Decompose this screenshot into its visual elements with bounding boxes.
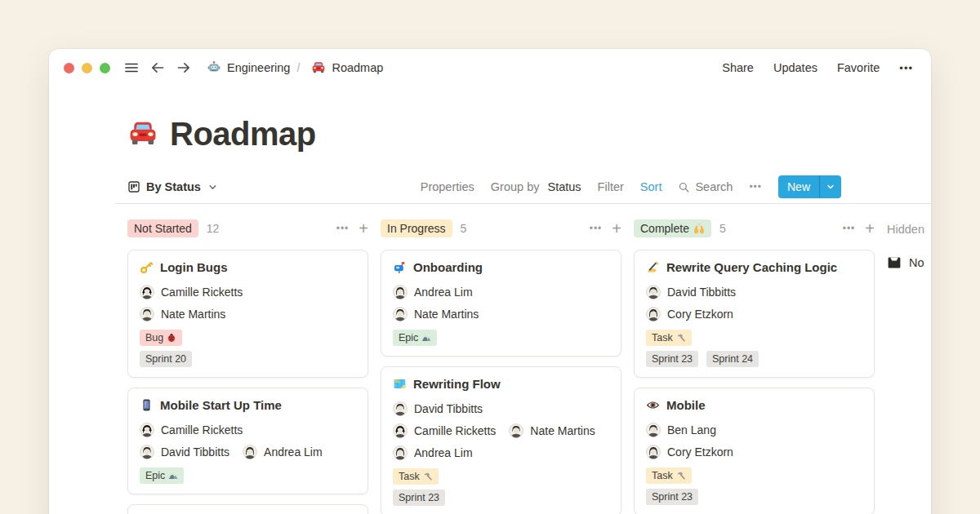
card-title-row: Rewrite Query Caching Logic: [646, 260, 862, 274]
column-add-button[interactable]: +: [612, 220, 621, 237]
hidden-group-item[interactable]: No: [887, 255, 931, 270]
column-cards: OnboardingAndrea LimNate MartinsEpicRewr…: [381, 250, 621, 514]
filter-button[interactable]: Filter: [598, 180, 624, 193]
card-title-text: Rewriting Flow: [413, 377, 501, 391]
card-rewrite-query-caching-logic[interactable]: Rewrite Query Caching LogicDavid Tibbitt…: [634, 250, 875, 378]
tag-sprint-23: Sprint 23: [393, 490, 445, 506]
breadcrumb-workspace[interactable]: Engineering: [207, 60, 290, 75]
raised-hands-icon: [693, 223, 705, 234]
share-button[interactable]: Share: [722, 61, 754, 74]
titlebar-actions: Share Updates Favorite •••: [722, 61, 913, 74]
page-title-text: Roadmap: [170, 116, 316, 152]
card-title-row: Mobile: [646, 398, 862, 412]
view-more-options-button[interactable]: •••: [749, 181, 762, 193]
assignee-cory-etzkorn: Cory Etzkorn: [646, 307, 733, 321]
page-title[interactable]: Roadmap: [127, 116, 931, 152]
new-button-label[interactable]: New: [778, 175, 819, 198]
assignee-camille-ricketts: Camille Ricketts: [393, 423, 496, 438]
tag-label: Sprint 20: [145, 353, 186, 365]
tag-task: Task: [646, 467, 692, 484]
assignee-nate-martins: Nate Martins: [509, 423, 595, 438]
tag-label: Sprint 23: [652, 353, 693, 365]
car-icon: [311, 60, 326, 75]
mountain-icon: [421, 333, 431, 343]
sort-button[interactable]: Sort: [640, 180, 662, 193]
card-assignee-row: Camille Ricketts: [140, 419, 356, 441]
assignee-name: Nate Martins: [414, 308, 479, 321]
zoom-window-button[interactable]: [100, 63, 110, 73]
favorite-button[interactable]: Favorite: [837, 61, 880, 74]
column-more-button[interactable]: •••: [336, 223, 350, 234]
card-login-bugs[interactable]: Login BugsCamille RickettsNate MartinsBu…: [127, 250, 368, 378]
card-assignee-row: Camille Ricketts: [140, 281, 356, 303]
card-assignee-row: Cory Etzkorn: [646, 303, 862, 325]
minimize-window-button[interactable]: [82, 63, 92, 73]
new-button[interactable]: New: [778, 175, 841, 198]
card-title-row: Rewriting Flow: [393, 377, 609, 391]
breadcrumb-page[interactable]: Roadmap: [311, 60, 383, 75]
column-name: Complete: [640, 222, 689, 235]
avatar-man: [393, 401, 408, 416]
card-tag-row: Sprint 20: [140, 351, 356, 367]
card-onboarding[interactable]: OnboardingAndrea LimNate MartinsEpic: [381, 250, 621, 357]
card-error-codes[interactable]: Error Codes: [127, 504, 368, 514]
column-add-button[interactable]: +: [865, 220, 875, 237]
new-button-dropdown[interactable]: [819, 175, 841, 198]
column-add-button[interactable]: +: [359, 220, 368, 237]
view-switcher[interactable]: By Status: [127, 180, 217, 193]
card-rewriting-flow[interactable]: Rewriting FlowDavid TibbittsCamille Rick…: [381, 366, 621, 514]
assignee-name: Ben Lang: [667, 423, 716, 436]
toolbar-divider: [114, 203, 931, 204]
card-title-text: Mobile: [666, 398, 706, 412]
more-options-button[interactable]: •••: [899, 62, 913, 74]
board-view-icon: [127, 180, 140, 193]
assignee-name: Cory Etzkorn: [667, 445, 733, 459]
group-by-button[interactable]: Group byStatus: [491, 180, 581, 193]
card-assignee-row: Andrea Lim: [393, 281, 609, 303]
card-tag-row: Epic: [140, 467, 356, 484]
sidebar-menu-icon[interactable]: [123, 60, 140, 76]
assignee-cory-etzkorn: Cory Etzkorn: [646, 445, 733, 459]
card-mobile[interactable]: MobileBen LangCory EtzkornTaskSprint 23: [634, 388, 875, 514]
hidden-groups-label[interactable]: Hidden: [887, 219, 931, 239]
assignee-andrea-lim: Andrea Lim: [393, 285, 473, 299]
card-title-text: Mobile Start Up Time: [160, 398, 282, 412]
column-badge-not-started[interactable]: Not Started: [127, 219, 198, 237]
column-more-button[interactable]: •••: [590, 223, 603, 234]
board-column-in-progress: In Progress5•••+OnboardingAndrea LimNate…: [381, 219, 621, 514]
tag-sprint-23: Sprint 23: [646, 489, 698, 505]
column-name: In Progress: [387, 222, 446, 235]
page-content: Roadmap By Status Properties Group bySta…: [49, 116, 931, 514]
assignee-name: David Tibbitts: [414, 402, 483, 415]
desktop-background: { "colors": { "accent_blue": "#2ba7e0", …: [0, 0, 980, 514]
tag-sprint-24: Sprint 24: [706, 351, 759, 367]
back-arrow-icon[interactable]: [149, 60, 166, 76]
board-hidden-section: HiddenNo: [887, 219, 931, 514]
tag-task: Task: [393, 468, 439, 485]
card-tag-row: Task: [646, 467, 862, 484]
card-title-row: Login Bugs: [140, 260, 356, 274]
assignee-andrea-lim: Andrea Lim: [243, 445, 323, 459]
column-count: 5: [461, 222, 467, 235]
card-mobile-start-up-time[interactable]: Mobile Start Up TimeCamille RickettsDavi…: [127, 388, 368, 494]
updates-button[interactable]: Updates: [773, 61, 817, 74]
avatar-man: [646, 285, 661, 299]
card-title-text: Onboarding: [413, 260, 483, 274]
tag-label: Sprint 24: [712, 353, 753, 365]
search-button[interactable]: Search: [678, 180, 733, 193]
properties-button[interactable]: Properties: [421, 180, 474, 193]
car-icon: [127, 118, 158, 149]
tag-label: Task: [399, 471, 420, 482]
forward-arrow-icon[interactable]: [176, 60, 192, 76]
column-badge-complete[interactable]: Complete: [634, 219, 711, 237]
card-title-text: Login Bugs: [160, 260, 228, 274]
card-assignee-row: Cory Etzkorn: [646, 441, 862, 463]
card-title-row: Onboarding: [393, 260, 609, 274]
column-badge-in-progress[interactable]: In Progress: [381, 219, 452, 237]
assignee-name: David Tibbitts: [667, 286, 736, 299]
card-tag-row: Sprint 23: [646, 489, 862, 505]
column-more-button[interactable]: •••: [843, 223, 856, 234]
assignee-david-tibbitts: David Tibbitts: [393, 401, 483, 416]
close-window-button[interactable]: [64, 63, 74, 73]
avatar-woman-headphones: [140, 423, 154, 437]
